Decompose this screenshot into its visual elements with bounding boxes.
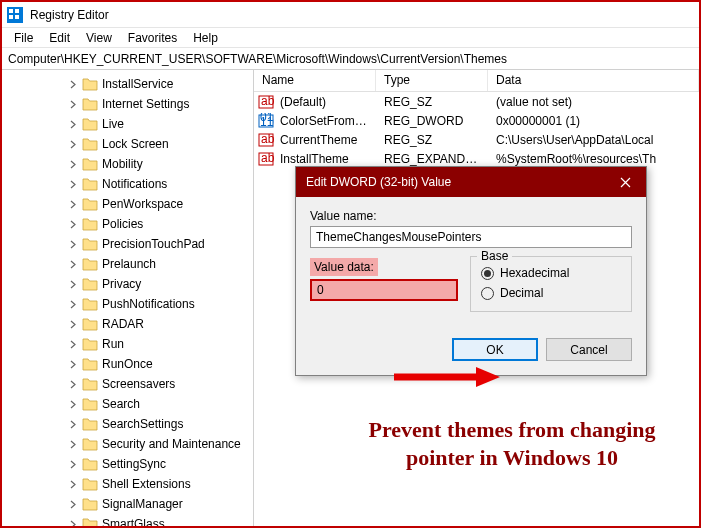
tree-item[interactable]: PushNotifications [10, 294, 253, 314]
tree-item[interactable]: Policies [10, 214, 253, 234]
edit-dword-dialog: Edit DWORD (32-bit) Value Value name: Va… [295, 166, 647, 376]
tree-label: PrecisionTouchPad [102, 237, 205, 251]
base-legend: Base [477, 249, 512, 263]
chevron-right-icon[interactable] [66, 217, 80, 231]
tree-item[interactable]: Live [10, 114, 253, 134]
dialog-title: Edit DWORD (32-bit) Value [306, 175, 451, 189]
folder-icon [82, 257, 98, 271]
chevron-right-icon[interactable] [66, 357, 80, 371]
tree-item[interactable]: Screensavers [10, 374, 253, 394]
dialog-titlebar[interactable]: Edit DWORD (32-bit) Value [296, 167, 646, 197]
folder-icon [82, 77, 98, 91]
tree-item[interactable]: RADAR [10, 314, 253, 334]
chevron-right-icon[interactable] [66, 157, 80, 171]
chevron-right-icon[interactable] [66, 337, 80, 351]
chevron-right-icon[interactable] [66, 497, 80, 511]
list-row[interactable]: abCurrentThemeREG_SZC:\Users\User\AppDat… [254, 130, 699, 149]
folder-icon [82, 337, 98, 351]
tree-item[interactable]: SmartGlass [10, 514, 253, 526]
tree-item[interactable]: Security and Maintenance [10, 434, 253, 454]
chevron-right-icon[interactable] [66, 417, 80, 431]
cell-name: (Default) [272, 93, 376, 111]
tree-item[interactable]: Search [10, 394, 253, 414]
tree-item[interactable]: Internet Settings [10, 94, 253, 114]
tree-item[interactable]: SearchSettings [10, 414, 253, 434]
chevron-right-icon[interactable] [66, 517, 80, 526]
radio-label: Hexadecimal [500, 266, 569, 280]
ok-button[interactable]: OK [452, 338, 538, 361]
chevron-right-icon[interactable] [66, 237, 80, 251]
address-path: Computer\HKEY_CURRENT_USER\SOFTWARE\Micr… [8, 52, 507, 66]
col-name[interactable]: Name [254, 70, 376, 91]
tree-item[interactable]: PenWorkspace [10, 194, 253, 214]
folder-icon [82, 457, 98, 471]
chevron-right-icon[interactable] [66, 397, 80, 411]
tree-item[interactable]: Privacy [10, 274, 253, 294]
cancel-button[interactable]: Cancel [546, 338, 632, 361]
tree-label: RADAR [102, 317, 144, 331]
col-data[interactable]: Data [488, 70, 699, 91]
cell-type: REG_SZ [376, 93, 488, 111]
chevron-right-icon[interactable] [66, 117, 80, 131]
tree-item[interactable]: SettingSync [10, 454, 253, 474]
tree-item[interactable]: Run [10, 334, 253, 354]
col-type[interactable]: Type [376, 70, 488, 91]
tree-label: InstallService [102, 77, 173, 91]
tree-pane[interactable]: InstallServiceInternet SettingsLiveLock … [2, 70, 254, 526]
chevron-right-icon[interactable] [66, 97, 80, 111]
chevron-right-icon[interactable] [66, 457, 80, 471]
menu-favorites[interactable]: Favorites [120, 29, 185, 47]
tree-label: PushNotifications [102, 297, 195, 311]
chevron-right-icon[interactable] [66, 137, 80, 151]
address-bar[interactable]: Computer\HKEY_CURRENT_USER\SOFTWARE\Micr… [2, 48, 699, 70]
tree-label: Policies [102, 217, 143, 231]
chevron-right-icon[interactable] [66, 197, 80, 211]
folder-icon [82, 397, 98, 411]
tree-item[interactable]: Notifications [10, 174, 253, 194]
chevron-right-icon[interactable] [66, 477, 80, 491]
radio-decimal[interactable]: Decimal [481, 283, 621, 303]
chevron-right-icon[interactable] [66, 177, 80, 191]
tree-label: SearchSettings [102, 417, 183, 431]
folder-icon [82, 117, 98, 131]
list-row[interactable]: ab(Default)REG_SZ(value not set) [254, 92, 699, 111]
cell-data: %SystemRoot%\resources\Th [488, 150, 699, 168]
tree-item[interactable]: Prelaunch [10, 254, 253, 274]
tree-label: Screensavers [102, 377, 175, 391]
radio-icon [481, 287, 494, 300]
list-row[interactable]: 011110ColorSetFromTh...REG_DWORD0x000000… [254, 111, 699, 130]
cell-data: C:\Users\User\AppData\Local [488, 131, 699, 149]
tree-item[interactable]: SignalManager [10, 494, 253, 514]
menu-view[interactable]: View [78, 29, 120, 47]
cell-name: InstallTheme [272, 150, 376, 168]
folder-icon [82, 177, 98, 191]
chevron-right-icon[interactable] [66, 377, 80, 391]
chevron-right-icon[interactable] [66, 297, 80, 311]
chevron-right-icon[interactable] [66, 437, 80, 451]
tree-item[interactable]: Shell Extensions [10, 474, 253, 494]
tree-item[interactable]: Lock Screen [10, 134, 253, 154]
menu-help[interactable]: Help [185, 29, 226, 47]
cell-type: REG_SZ [376, 131, 488, 149]
chevron-right-icon[interactable] [66, 257, 80, 271]
folder-icon [82, 437, 98, 451]
cell-type: REG_EXPAND_SZ [376, 150, 488, 168]
chevron-right-icon[interactable] [66, 317, 80, 331]
chevron-right-icon[interactable] [66, 77, 80, 91]
folder-icon [82, 497, 98, 511]
radio-hexadecimal[interactable]: Hexadecimal [481, 263, 621, 283]
tree-label: Lock Screen [102, 137, 169, 151]
value-name-input[interactable] [310, 226, 632, 248]
tree-label: RunOnce [102, 357, 153, 371]
tree-label: Mobility [102, 157, 143, 171]
menu-file[interactable]: File [6, 29, 41, 47]
tree-item[interactable]: RunOnce [10, 354, 253, 374]
tree-item[interactable]: Mobility [10, 154, 253, 174]
chevron-right-icon[interactable] [66, 277, 80, 291]
close-icon[interactable] [604, 167, 646, 197]
tree-item[interactable]: InstallService [10, 74, 253, 94]
cell-data: (value not set) [488, 93, 699, 111]
menu-edit[interactable]: Edit [41, 29, 78, 47]
value-data-input[interactable] [310, 279, 458, 301]
tree-item[interactable]: PrecisionTouchPad [10, 234, 253, 254]
